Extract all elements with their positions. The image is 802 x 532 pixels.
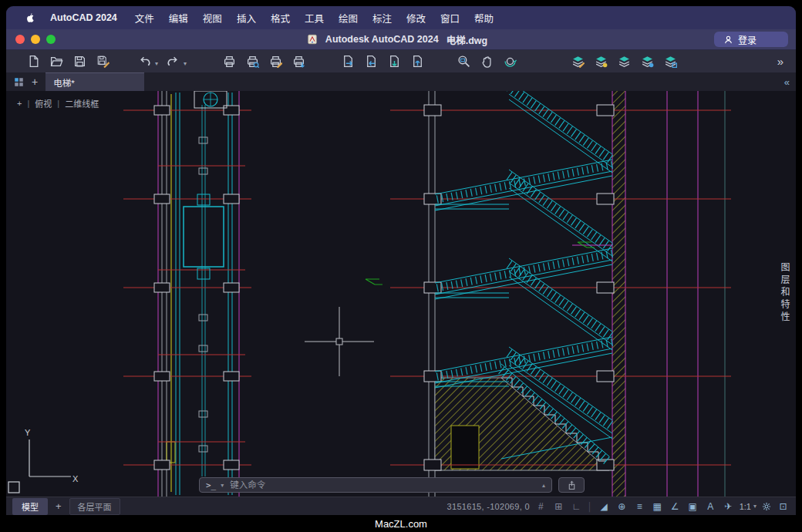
tab-grid-icon[interactable]	[14, 77, 24, 87]
new-drawing-tab-button[interactable]: +	[32, 76, 38, 88]
redo-button[interactable]	[163, 52, 183, 71]
layer-isolate-button[interactable]	[614, 52, 634, 71]
title-bar: Autodesk AutoCAD 2024 电梯.dwg 登录	[6, 29, 796, 50]
zoom-window-button[interactable]	[46, 35, 56, 44]
polar-tracking-icon[interactable]: ∠	[669, 501, 682, 512]
insert-block-button[interactable]	[338, 52, 358, 71]
undo-dropdown[interactable]: ▾	[155, 60, 158, 67]
fullscreen-icon[interactable]: ⊡	[777, 501, 790, 512]
annotation-scale-value: 1:1	[740, 502, 751, 511]
plot-preview-button[interactable]	[242, 52, 262, 71]
external-reference-button[interactable]	[361, 52, 381, 71]
orbit-button[interactable]	[500, 52, 520, 71]
level-marks	[366, 242, 612, 285]
svg-text:X: X	[72, 474, 79, 483]
menu-bar: AutoCAD 2024 文件 编辑 视图 插入 格式 工具 绘图 标注 修改 …	[6, 6, 796, 29]
command-line: >_ ▾ ▴	[199, 477, 552, 493]
share-button[interactable]	[558, 477, 585, 493]
layer-lock-button[interactable]	[660, 52, 680, 71]
login-label: 登录	[738, 33, 757, 46]
menu-dimension[interactable]: 标注	[372, 11, 392, 25]
viewport-controls: + | 俯视 | 二维线框	[17, 97, 99, 109]
layer-freeze-button[interactable]	[637, 52, 657, 71]
svg-text:Y: Y	[25, 428, 31, 437]
close-window-button[interactable]	[15, 35, 25, 44]
menu-window[interactable]: 窗口	[440, 11, 460, 25]
login-button[interactable]: 登录	[714, 32, 788, 47]
zoom-window-tool-button[interactable]	[453, 52, 473, 71]
ortho-icon[interactable]: ∟	[570, 501, 583, 512]
object-snap-icon[interactable]: ⊕	[615, 501, 628, 512]
panel-collapse-button[interactable]: «	[778, 72, 796, 91]
menu-tools[interactable]: 工具	[305, 11, 324, 25]
chevron-down-icon: ▾	[753, 503, 757, 510]
snap-icon[interactable]: ⊞	[552, 501, 565, 512]
pan-button[interactable]	[477, 52, 497, 71]
undo-button[interactable]	[134, 52, 154, 71]
plot-edit-button[interactable]	[265, 52, 285, 71]
crosshair-cursor	[305, 307, 374, 376]
menu-draw[interactable]: 绘图	[339, 11, 358, 25]
redo-dropdown[interactable]: ▾	[184, 60, 187, 67]
app-window: AutoCAD 2024 文件 编辑 视图 插入 格式 工具 绘图 标注 修改 …	[6, 6, 796, 515]
apple-menu-icon[interactable]	[25, 12, 35, 23]
drawing-tab-active[interactable]: 电梯*	[45, 72, 144, 91]
open-file-button[interactable]	[46, 52, 66, 71]
ucs-icon: Y X	[8, 428, 79, 493]
annotation-scale-control[interactable]: 1:1 ▾	[740, 502, 757, 511]
export-file-button[interactable]	[407, 52, 427, 71]
layout-tab[interactable]: 各层平面	[69, 498, 120, 515]
isometric-drafting-icon[interactable]: ◢	[598, 501, 611, 512]
menu-modify[interactable]: 修改	[406, 11, 426, 25]
save-button[interactable]	[69, 52, 89, 71]
menu-insert[interactable]: 插入	[237, 11, 256, 25]
menu-help[interactable]: 帮助	[474, 11, 494, 25]
person-icon	[723, 35, 733, 45]
status-bar: 模型 + 各层平面 3151615, -102069, 0 # ⊞ ∟ │ ◢ …	[6, 497, 796, 515]
elevator-shaft	[162, 91, 232, 497]
minimize-window-button[interactable]	[31, 35, 40, 44]
hatch-display-icon[interactable]: ▦	[651, 501, 664, 512]
cad-drawing: Y X	[6, 91, 796, 497]
model-tab[interactable]: 模型	[12, 498, 48, 515]
menu-edit[interactable]: 编辑	[169, 11, 188, 25]
window-title: Autodesk AutoCAD 2024	[325, 34, 439, 45]
viewport-separator: |	[27, 99, 29, 108]
toolbar-overflow-button[interactable]: »	[777, 55, 788, 68]
share-icon	[567, 480, 577, 490]
visual-style-control[interactable]: 二维线框	[65, 97, 99, 109]
layers-properties-panel-tab[interactable]: 图层和特性	[778, 262, 791, 324]
coordinates-readout: 3151615, -102069, 0	[447, 502, 530, 511]
command-collapse-button[interactable]: ▴	[542, 482, 545, 489]
command-history-dropdown[interactable]: ▾	[221, 482, 224, 489]
lineweight-icon[interactable]: ≡	[633, 501, 646, 512]
selection-cycling-icon[interactable]: ▣	[686, 501, 699, 512]
drawing-tab-bar: + 电梯* «	[6, 72, 796, 91]
plot-export-button[interactable]	[288, 52, 308, 71]
command-input[interactable]	[228, 480, 537, 490]
viewport-menu-button[interactable]: +	[17, 99, 22, 108]
menu-format[interactable]: 格式	[271, 11, 290, 25]
command-prompt: >_	[206, 480, 216, 490]
grid-icon[interactable]: #	[534, 501, 548, 512]
viewport-separator: |	[57, 99, 59, 108]
layer-states-button[interactable]	[591, 52, 611, 71]
import-file-button[interactable]	[384, 52, 404, 71]
menu-file[interactable]: 文件	[135, 11, 154, 25]
plot-button[interactable]	[219, 52, 239, 71]
gear-icon[interactable]	[761, 501, 772, 512]
drawing-canvas[interactable]: Y X + | 俯视 | 二维线框 图层和特性 >_ ▾ ▴	[6, 91, 796, 497]
document-icon	[307, 34, 318, 45]
status-divider: │	[588, 502, 593, 511]
save-as-button[interactable]	[93, 52, 113, 71]
layer-properties-button[interactable]	[568, 52, 588, 71]
autoscale-icon[interactable]: ✈	[722, 501, 735, 512]
add-layout-button[interactable]: +	[52, 500, 65, 512]
app-menu-title[interactable]: AutoCAD 2024	[50, 12, 117, 23]
new-file-button[interactable]	[23, 52, 43, 71]
footer-watermark: MacZL.com	[0, 515, 802, 532]
annotation-visibility-icon[interactable]: A	[704, 501, 717, 512]
view-control[interactable]: 俯视	[35, 97, 52, 109]
menu-view[interactable]: 视图	[203, 11, 222, 25]
document-name: 电梯.dwg	[446, 32, 487, 47]
